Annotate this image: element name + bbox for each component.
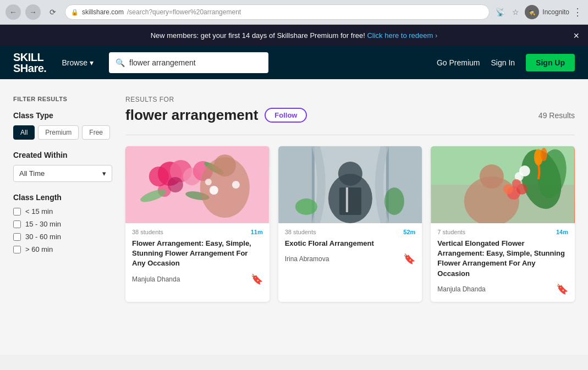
length-over-60-checkbox[interactable]	[13, 246, 21, 253]
card-1-meta: 38 students 11m	[132, 229, 263, 235]
card-3-duration: 14m	[556, 229, 568, 235]
svg-point-13	[210, 186, 218, 195]
card-2-duration: 52m	[403, 229, 415, 235]
back-button[interactable]: ←	[6, 4, 21, 20]
card-3-title: Vertical Elongated Flower Arrangement: E…	[437, 239, 568, 279]
svg-point-14	[232, 181, 240, 189]
card-3[interactable]: 7 students 14m Vertical Elongated Flower…	[431, 146, 575, 302]
length-30-60-label: 30 - 60 min	[25, 233, 61, 241]
created-within-value: All Time	[19, 169, 45, 178]
length-15-30[interactable]: 15 - 30 min	[13, 220, 112, 228]
card-2-title: Exotic Floral Arrangement	[285, 239, 416, 248]
card-2[interactable]: 38 students 52m Exotic Floral Arrangemen…	[278, 146, 422, 302]
length-over-60[interactable]: > 60 min	[13, 245, 112, 253]
card-2-image	[278, 146, 422, 223]
card-1-duration: 11m	[251, 229, 263, 235]
class-type-section: Class Type All Premium Free	[13, 111, 112, 140]
bookmark-3-icon[interactable]: 🔖	[556, 283, 568, 295]
results-title-row: flower arrangement Follow	[125, 107, 307, 124]
svg-point-3	[149, 167, 169, 186]
search-input[interactable]	[129, 58, 262, 67]
promo-banner: New members: get your first 14 days of S…	[0, 25, 588, 46]
card-3-author: Manjula Dhanda	[437, 285, 485, 293]
bookmark-2-icon[interactable]: 🔖	[403, 253, 415, 265]
card-3-footer: Manjula Dhanda 🔖	[437, 283, 568, 295]
sidebar: Filter Results Class Type All Premium Fr…	[13, 96, 112, 302]
class-length-label: Class Length	[13, 193, 112, 202]
search-icon: 🔍	[116, 58, 125, 67]
length-30-60[interactable]: 30 - 60 min	[13, 233, 112, 241]
lock-icon: 🔒	[71, 9, 79, 16]
reload-button[interactable]: ⟳	[45, 4, 61, 20]
dropdown-chevron-icon: ▾	[102, 169, 106, 178]
svg-point-12	[214, 154, 236, 176]
class-type-label: Class Type	[13, 111, 112, 120]
class-type-buttons: All Premium Free	[13, 125, 112, 140]
card-1-image	[125, 146, 270, 223]
banner-chevron: ›	[435, 31, 437, 40]
card-3-body: 7 students 14m Vertical Elongated Flower…	[431, 223, 575, 302]
card-3-image	[431, 146, 575, 223]
card-1-students: 38 students	[132, 229, 163, 235]
banner-close-button[interactable]: ×	[573, 30, 579, 41]
svg-point-38	[503, 184, 513, 194]
length-under-15-label: < 15 min	[25, 207, 53, 216]
results-area: Results For flower arrangement Follow 49…	[125, 96, 575, 302]
type-free-button[interactable]: Free	[82, 125, 110, 140]
follow-button[interactable]: Follow	[265, 108, 307, 123]
svg-point-31	[541, 148, 547, 161]
cards-grid: 38 students 11m Flower Arrangement: Easy…	[125, 146, 575, 302]
results-count: 49 Results	[538, 111, 575, 120]
filter-title: Filter Results	[13, 96, 112, 102]
card-1-footer: Manjula Dhanda 🔖	[132, 273, 263, 285]
logo-share: SHare.	[13, 63, 46, 74]
results-header: flower arrangement Follow 49 Results	[125, 107, 575, 124]
results-divider	[125, 135, 575, 135]
created-within-dropdown[interactable]: All Time ▾	[13, 165, 112, 182]
main-content: Filter Results Class Type All Premium Fr…	[0, 79, 588, 318]
cast-icon: 📡	[494, 6, 506, 18]
address-base: skillshare.com	[82, 8, 124, 16]
browser-menu[interactable]: ⋮	[573, 6, 582, 18]
length-30-60-checkbox[interactable]	[13, 233, 21, 241]
svg-rect-23	[346, 187, 348, 212]
card-2-footer: Irina Abramova 🔖	[285, 253, 416, 265]
sign-up-button[interactable]: Sign Up	[526, 54, 575, 71]
banner-text: New members: get your first 14 days of S…	[151, 31, 365, 40]
address-bar[interactable]: 🔒 skillshare.com /search?query=flower%20…	[65, 4, 490, 20]
banner-link[interactable]: Click here to redeem ›	[367, 31, 437, 40]
length-under-15[interactable]: < 15 min	[13, 207, 112, 216]
created-within-section: Created Within All Time ▾	[13, 151, 112, 182]
card-1-body: 38 students 11m Flower Arrangement: Easy…	[125, 223, 270, 292]
bookmark-1-icon[interactable]: 🔖	[251, 273, 263, 285]
svg-point-15	[205, 179, 212, 185]
card-2-body: 38 students 52m Exotic Floral Arrangemen…	[278, 223, 422, 272]
site-wrapper: New members: get your first 14 days of S…	[0, 25, 588, 355]
card-3-meta: 7 students 14m	[437, 229, 568, 235]
browser-avatar: 🕵	[525, 5, 539, 19]
type-all-button[interactable]: All	[13, 125, 35, 140]
site-header: SKILL SHare. Browse ▾ 🔍 Go Premium Sign …	[0, 46, 588, 79]
star-icon[interactable]: ☆	[509, 6, 521, 18]
length-15-30-checkbox[interactable]	[13, 220, 21, 228]
browse-chevron-icon: ▾	[90, 58, 94, 67]
incognito-label: Incognito	[542, 8, 569, 16]
logo[interactable]: SKILL SHare.	[13, 52, 46, 74]
svg-point-35	[480, 164, 504, 189]
forward-button[interactable]: →	[25, 4, 41, 20]
length-over-60-label: > 60 min	[25, 245, 53, 253]
card-1[interactable]: 38 students 11m Flower Arrangement: Easy…	[125, 146, 270, 302]
browse-button[interactable]: Browse ▾	[57, 58, 98, 67]
card-1-title: Flower Arrangement: Easy, Simple, Stunni…	[132, 239, 263, 269]
length-under-15-checkbox[interactable]	[13, 208, 21, 216]
svg-rect-22	[339, 187, 361, 215]
svg-point-21	[338, 162, 362, 186]
logo-skill: SKILL	[13, 52, 46, 63]
sign-in-button[interactable]: Sign In	[491, 58, 515, 67]
card-3-students: 7 students	[437, 229, 465, 235]
length-15-30-label: 15 - 30 min	[25, 220, 61, 228]
card-2-meta: 38 students 52m	[285, 229, 416, 235]
go-premium-button[interactable]: Go Premium	[437, 58, 480, 67]
type-premium-button[interactable]: Premium	[38, 125, 79, 140]
search-bar[interactable]: 🔍	[109, 52, 268, 73]
